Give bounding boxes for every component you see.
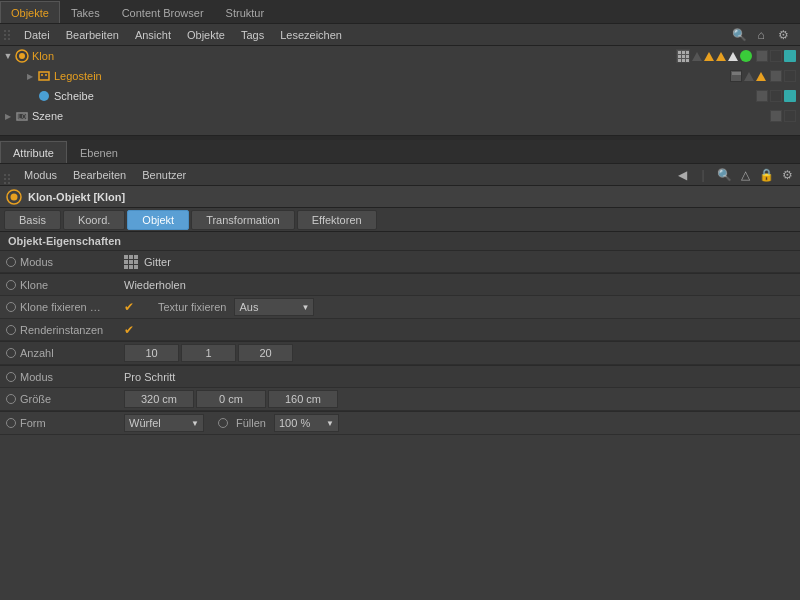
arrow-left-icon[interactable]: ◀ bbox=[673, 166, 691, 184]
attr-grip bbox=[4, 166, 10, 184]
dropdown-textur-fixieren[interactable]: Aus ▼ bbox=[234, 298, 314, 316]
prop-label-groesse: Größe bbox=[0, 393, 120, 405]
tree-row-scheibe[interactable]: Scheibe bbox=[0, 86, 800, 106]
fuellen-label: Füllen bbox=[236, 417, 266, 429]
tags-legostein bbox=[730, 70, 766, 82]
triangle-attr-icon[interactable]: △ bbox=[736, 166, 754, 184]
object-tree: ▼ Klon bbox=[0, 46, 800, 136]
tag-dot-legostein bbox=[730, 70, 742, 82]
tab-attribute[interactable]: Attribute bbox=[0, 141, 67, 163]
attr-menu-modus[interactable]: Modus bbox=[16, 167, 65, 183]
tab-takes[interactable]: Takes bbox=[60, 1, 111, 23]
sub-tab-koord[interactable]: Koord. bbox=[63, 210, 125, 230]
prop-dot-klone-fixieren bbox=[6, 302, 16, 312]
label-szene: Szene bbox=[32, 110, 770, 122]
settings-icon[interactable]: ⚙ bbox=[774, 26, 792, 44]
checkbox-klone-fixieren[interactable]: ✔ bbox=[124, 300, 134, 314]
dropdown-fuellen[interactable]: 100 % ▼ bbox=[274, 414, 339, 432]
tag-tri2 bbox=[704, 52, 714, 61]
svg-text:L0: L0 bbox=[18, 113, 26, 120]
sub-tab-transformation[interactable]: Transformation bbox=[191, 210, 295, 230]
prop-label-modus: Modus bbox=[0, 256, 120, 268]
svg-point-3 bbox=[41, 74, 43, 76]
tree-row-legostein[interactable]: ▶ Legostein bbox=[0, 66, 800, 86]
prop-row-groesse: Größe bbox=[0, 388, 800, 411]
anzahl-input-2[interactable] bbox=[181, 344, 236, 362]
expand-klon[interactable]: ▼ bbox=[2, 50, 14, 62]
search-icon[interactable]: 🔍 bbox=[730, 26, 748, 44]
object-title-icon bbox=[6, 189, 22, 205]
prop-dot-modus bbox=[6, 257, 16, 267]
tab-struktur[interactable]: Struktur bbox=[215, 1, 276, 23]
prop-row-form: Form Würfel ▼ Füllen 100 % ▼ bbox=[0, 412, 800, 435]
prop-row-modus: Modus Gitter bbox=[0, 251, 800, 273]
checkbox-renderinstanzen[interactable]: ✔ bbox=[124, 323, 134, 337]
textur-fixieren-label: Textur fixieren bbox=[158, 301, 226, 313]
attr-tab-bar: Attribute Ebenen bbox=[0, 140, 800, 164]
groesse-input-1[interactable] bbox=[124, 390, 194, 408]
label-legostein: Legostein bbox=[54, 70, 730, 82]
groesse-input-3[interactable] bbox=[268, 390, 338, 408]
tag-tri4 bbox=[728, 52, 738, 61]
prop-value-modus2: Pro Schritt bbox=[120, 369, 800, 385]
groesse-input-2[interactable] bbox=[196, 390, 266, 408]
prop-dot-groesse bbox=[6, 394, 16, 404]
properties-panel: Objekt-Eigenschaften Modus Gitter Klone … bbox=[0, 232, 800, 435]
prop-value-groesse bbox=[120, 388, 800, 410]
anzahl-input-1[interactable] bbox=[124, 344, 179, 362]
label-klon: Klon bbox=[32, 50, 676, 62]
lock-icon[interactable]: 🔒 bbox=[757, 166, 775, 184]
prop-value-form: Würfel ▼ Füllen 100 % ▼ bbox=[120, 412, 800, 434]
menu-datei[interactable]: Datei bbox=[16, 27, 58, 43]
prop-label-modus2: Modus bbox=[0, 371, 120, 383]
sub-tab-objekt[interactable]: Objekt bbox=[127, 210, 189, 230]
prop-row-modus2: Modus Pro Schritt bbox=[0, 366, 800, 388]
attr-menu-bearbeiten[interactable]: Bearbeiten bbox=[65, 167, 134, 183]
expand-legostein[interactable]: ▶ bbox=[24, 70, 36, 82]
menu-right-icons: 🔍 ⌂ ⚙ bbox=[730, 26, 792, 44]
prop-dot-klone bbox=[6, 280, 16, 290]
menu-lesezeichen[interactable]: Lesezeichen bbox=[272, 27, 350, 43]
anzahl-inputs bbox=[124, 344, 293, 362]
tree-row-szene[interactable]: ▶ L0 Szene bbox=[0, 106, 800, 126]
separator-icon: | bbox=[694, 166, 712, 184]
tag-tri-legostein bbox=[744, 72, 754, 81]
gear-attr-icon[interactable]: ⚙ bbox=[778, 166, 796, 184]
menu-objekte[interactable]: Objekte bbox=[179, 27, 233, 43]
attr-menu-benutzer[interactable]: Benutzer bbox=[134, 167, 194, 183]
tree-row-klon[interactable]: ▼ Klon bbox=[0, 46, 800, 66]
prop-label-renderinstanzen: Renderinstanzen bbox=[0, 324, 120, 336]
expand-scheibe[interactable] bbox=[24, 90, 36, 102]
expand-szene[interactable]: ▶ bbox=[2, 110, 14, 122]
svg-point-1 bbox=[19, 53, 25, 59]
tab-content-browser[interactable]: Content Browser bbox=[111, 1, 215, 23]
visibility-scheibe bbox=[756, 90, 796, 102]
menu-ansicht[interactable]: Ansicht bbox=[127, 27, 179, 43]
attr-toolbar-right-icons: ◀ | 🔍 △ 🔒 ⚙ bbox=[673, 166, 796, 184]
dropdown-form-arrow: ▼ bbox=[191, 419, 199, 428]
top-tab-bar: Objekte Takes Content Browser Struktur bbox=[0, 0, 800, 24]
tag-tri3 bbox=[716, 52, 726, 61]
home-icon[interactable]: ⌂ bbox=[752, 26, 770, 44]
menu-grip bbox=[4, 30, 10, 40]
search-attr-icon[interactable]: 🔍 bbox=[715, 166, 733, 184]
dropdown-form[interactable]: Würfel ▼ bbox=[124, 414, 204, 432]
sub-tab-effektoren[interactable]: Effektoren bbox=[297, 210, 377, 230]
menu-bearbeiten[interactable]: Bearbeiten bbox=[58, 27, 127, 43]
anzahl-input-3[interactable] bbox=[238, 344, 293, 362]
icon-scheibe bbox=[36, 88, 52, 104]
prop-value-klone-fixieren: ✔ Textur fixieren Aus ▼ bbox=[120, 296, 800, 318]
tab-ebenen[interactable]: Ebenen bbox=[67, 141, 131, 163]
prop-dot-renderinstanzen bbox=[6, 325, 16, 335]
label-scheibe: Scheibe bbox=[54, 90, 752, 102]
tag-circle-klon bbox=[740, 50, 752, 62]
menu-tags[interactable]: Tags bbox=[233, 27, 272, 43]
prop-label-klone: Klone bbox=[0, 279, 120, 291]
icon-szene: L0 bbox=[14, 108, 30, 124]
prop-label-klone-fixieren: Klone fixieren … bbox=[0, 301, 120, 313]
prop-text-modus: Gitter bbox=[144, 256, 171, 268]
tab-objekte[interactable]: Objekte bbox=[0, 1, 60, 23]
sub-tab-basis[interactable]: Basis bbox=[4, 210, 61, 230]
icon-legostein bbox=[36, 68, 52, 84]
prop-text-modus2: Pro Schritt bbox=[124, 371, 175, 383]
